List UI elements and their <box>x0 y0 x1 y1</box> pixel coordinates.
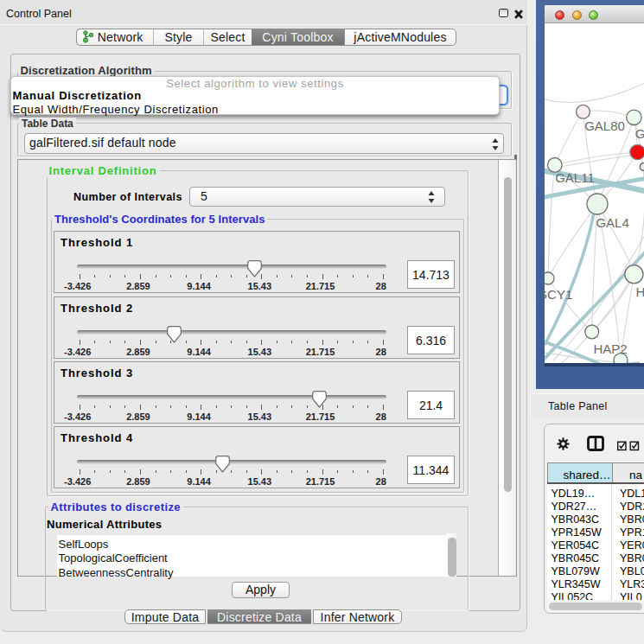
svg-text:HAP2: HAP2 <box>594 341 628 356</box>
svg-text:GAL4: GAL4 <box>596 215 628 230</box>
svg-text:GAL80: GAL80 <box>584 118 625 133</box>
svg-text:GAL11: GAL11 <box>555 170 595 185</box>
svg-text:C: C <box>639 159 644 174</box>
svg-text:GA: GA <box>635 126 644 141</box>
svg-text:H: H <box>635 284 644 299</box>
svg-text:GCY1: GCY1 <box>545 287 572 302</box>
